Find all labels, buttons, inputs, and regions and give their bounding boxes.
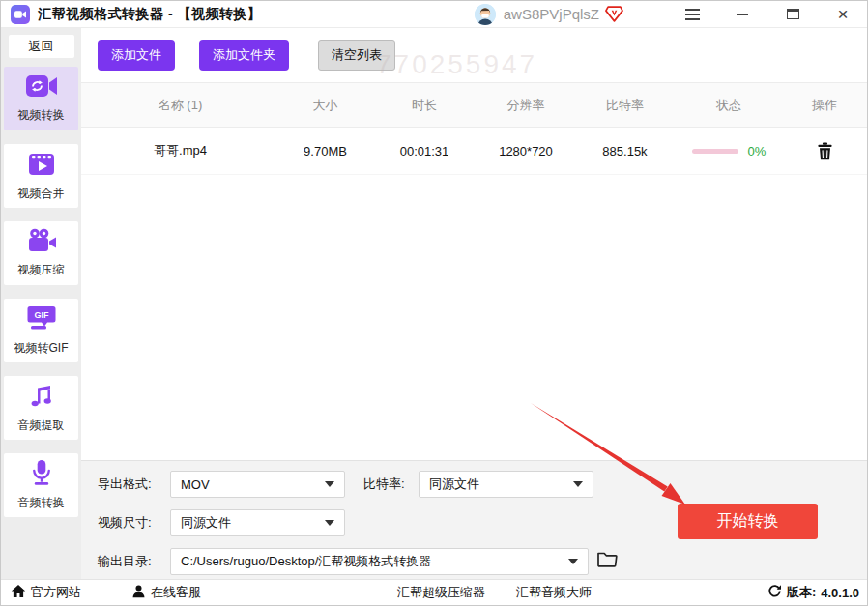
add-folder-button[interactable]: 添加文件夹 xyxy=(199,40,289,71)
status-cell: 0% xyxy=(676,144,782,159)
watermark: 770255947 xyxy=(376,49,537,80)
file-bitrate: 885.15k xyxy=(574,144,676,159)
bitrate-select[interactable]: 同源文件 xyxy=(419,471,593,498)
sidebar-item-video-convert[interactable]: 视频转换 xyxy=(4,67,78,130)
super-compressor-label: 汇帮超级压缩器 xyxy=(397,584,485,601)
column-header-bitrate: 比特率 xyxy=(574,97,676,114)
svg-text:GIF: GIF xyxy=(34,310,49,320)
hamburger-menu-icon[interactable] xyxy=(678,6,707,23)
output-dir-value: C:/Users/ruguo/Desktop/汇帮视频格式转换器 xyxy=(181,553,431,570)
output-dir-label: 输出目录: xyxy=(98,548,152,575)
chevron-down-icon xyxy=(325,481,334,487)
vip-badge-icon[interactable] xyxy=(605,6,623,22)
export-format-value: MOV xyxy=(181,477,210,492)
official-site-link[interactable]: 官方网站 xyxy=(11,580,81,605)
sidebar-item-label: 音频提取 xyxy=(18,418,65,434)
delete-row-button[interactable] xyxy=(817,142,833,160)
version-value: 4.0.1.0 xyxy=(821,586,859,600)
settings-panel: 导出格式: MOV 比特率: 同源文件 视频尺寸: 同源文件 开始转换 输出目录… xyxy=(81,460,867,579)
column-header-status: 状态 xyxy=(676,97,782,114)
add-file-button[interactable]: 添加文件 xyxy=(98,40,175,71)
column-header-resolution: 分辨率 xyxy=(477,97,574,114)
audio-extract-icon xyxy=(28,382,55,413)
app-logo-icon xyxy=(11,5,30,24)
video-size-select[interactable]: 同源文件 xyxy=(170,509,345,536)
column-header-action: 操作 xyxy=(782,97,867,114)
official-site-label: 官方网站 xyxy=(31,584,81,601)
online-service-label: 在线客服 xyxy=(151,584,201,601)
toolbar: 添加文件 添加文件夹 清空列表 770255947 xyxy=(81,28,867,83)
sidebar-item-label: 音频转换 xyxy=(18,495,65,511)
video-merge-icon xyxy=(27,151,56,181)
progress-percent: 0% xyxy=(748,144,767,159)
file-resolution: 1280*720 xyxy=(477,144,574,159)
bitrate-label: 比特率: xyxy=(363,471,405,498)
username: awS8PVjPqlsZ xyxy=(504,6,599,22)
file-name: 哥哥.mp4 xyxy=(81,142,279,159)
home-icon xyxy=(11,584,26,601)
back-button[interactable]: 返回 xyxy=(9,35,74,58)
version-info: 版本: 4.0.1.0 xyxy=(767,580,859,605)
table-header: 名称 (1) 大小 时长 分辨率 比特率 状态 操作 xyxy=(81,83,867,128)
export-format-select[interactable]: MOV xyxy=(170,471,345,498)
minimize-icon[interactable] xyxy=(728,14,757,15)
sidebar-item-video-compress[interactable]: 视频压缩 xyxy=(4,221,78,285)
file-size: 9.70MB xyxy=(279,144,371,159)
version-label: 版本: xyxy=(787,584,816,601)
progress-bar xyxy=(692,149,738,154)
clear-list-button[interactable]: 清空列表 xyxy=(318,40,395,71)
sidebar-item-label: 视频合并 xyxy=(18,186,65,202)
sidebar-item-label: 视频转换 xyxy=(18,107,65,124)
close-icon[interactable]: × xyxy=(828,1,857,28)
sidebar-item-audio-convert[interactable]: 音频转换 xyxy=(4,453,78,517)
video-convert-icon xyxy=(25,73,58,102)
video-to-gif-icon: GIF xyxy=(26,304,57,335)
video-size-value: 同源文件 xyxy=(181,514,231,532)
browse-folder-button[interactable] xyxy=(596,550,618,568)
export-format-label: 导出格式: xyxy=(98,471,152,498)
audio-master-link[interactable]: 汇帮音频大师 xyxy=(516,580,592,605)
table-row: 哥哥.mp4 9.70MB 00:01:31 1280*720 885.15k … xyxy=(81,128,867,175)
audio-convert-icon xyxy=(29,459,54,490)
app-window: { "titlebar": { "title": "汇帮视频格式转换器 - 【视… xyxy=(0,0,868,606)
avatar[interactable] xyxy=(475,4,496,25)
maximize-icon[interactable] xyxy=(778,9,807,19)
file-duration: 00:01:31 xyxy=(371,144,477,159)
column-header-size: 大小 xyxy=(279,97,371,114)
status-bar: 官方网站 在线客服 汇帮超级压缩器 汇帮音频大师 版本: 4.0.1.0 xyxy=(1,579,867,605)
sidebar-item-label: 视频转GIF xyxy=(14,340,69,357)
audio-master-label: 汇帮音频大师 xyxy=(516,584,592,601)
column-header-duration: 时长 xyxy=(371,97,477,114)
output-dir-select[interactable]: C:/Users/ruguo/Desktop/汇帮视频格式转换器 xyxy=(170,548,589,575)
chevron-down-icon xyxy=(568,559,578,564)
customer-service-icon xyxy=(131,584,146,601)
titlebar: 汇帮视频格式转换器 - 【视频转换】 awS8PVjPqlsZ × xyxy=(1,1,867,28)
window-title: 汇帮视频格式转换器 - 【视频转换】 xyxy=(38,6,261,23)
online-service-link[interactable]: 在线客服 xyxy=(131,580,201,605)
start-convert-button[interactable]: 开始转换 xyxy=(678,504,818,539)
sidebar-item-video-merge[interactable]: 视频合并 xyxy=(4,144,78,208)
bitrate-value: 同源文件 xyxy=(429,476,479,493)
chevron-down-icon xyxy=(573,481,583,487)
column-header-name: 名称 (1) xyxy=(81,97,279,114)
super-compressor-link[interactable]: 汇帮超级压缩器 xyxy=(397,580,485,605)
sidebar-item-video-to-gif[interactable]: GIF 视频转GIF xyxy=(4,299,78,362)
sidebar: 返回 视频转换 视频合并 xyxy=(1,28,81,579)
video-compress-icon xyxy=(26,228,57,257)
sidebar-item-label: 视频压缩 xyxy=(18,262,65,278)
refresh-icon[interactable] xyxy=(767,584,782,601)
chevron-down-icon xyxy=(325,520,334,526)
video-size-label: 视频尺寸: xyxy=(98,509,152,536)
main-content: 添加文件 添加文件夹 清空列表 770255947 名称 (1) 大小 时长 分… xyxy=(81,28,867,579)
sidebar-item-audio-extract[interactable]: 音频提取 xyxy=(4,376,78,440)
